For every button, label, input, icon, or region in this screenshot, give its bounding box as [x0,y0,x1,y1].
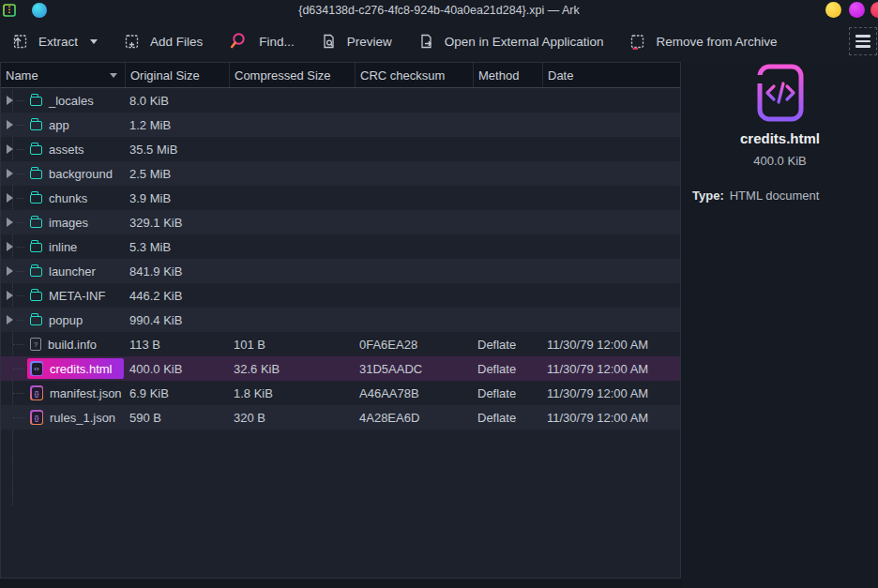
file-html-icon [30,361,43,376]
tree-branch [17,149,24,150]
entry-name: images [49,216,88,230]
expand-arrow-icon[interactable] [7,144,13,154]
open-external-label: Open in External Application [445,35,604,49]
toolbar: Extract Add Files Find... Preview Open i… [0,21,878,62]
column-header-compressed-size[interactable]: Compressed Size [229,63,355,87]
expand-arrow-icon[interactable] [7,218,13,227]
expand-arrow-icon[interactable] [7,193,13,203]
tree-branch [13,369,24,369]
entry-original-size: 590 B [125,411,229,425]
preview-button[interactable]: Preview [320,33,392,50]
entry-original-size: 113 B [125,338,229,352]
add-files-label: Add Files [150,35,203,49]
info-file-name: credits.html [740,130,820,146]
entry-name: popup [49,313,83,327]
extract-button[interactable]: Extract [11,33,98,50]
file-json-icon [30,385,43,400]
entry-crc-checksum: 31D5AADC [355,362,473,376]
entry-original-size: 8.0 KiB [125,94,229,108]
open-external-button[interactable]: Open in External Application [417,33,604,50]
folder-icon [30,316,42,325]
entry-original-size: 3.9 MiB [125,191,229,205]
entry-name: launcher [49,264,96,279]
table-row[interactable]: inline 5.3 MiB [1,234,680,259]
table-row[interactable]: manifest.json 6.9 KiB 1.8 KiB A46AA78B D… [1,381,680,405]
add-files-button[interactable]: Add Files [123,33,203,50]
folder-icon [30,194,42,204]
column-header-method[interactable]: Method [473,63,542,87]
entry-date: 11/30/79 12:00 AM [542,338,680,352]
table-row[interactable]: popup 990.4 KiB [1,308,680,332]
entry-method: Deflate [473,362,542,376]
entry-crc-checksum: A46AA78B [355,386,473,400]
expand-arrow-icon[interactable] [7,169,13,178]
table-row[interactable]: rules_1.json 590 B 320 B 4A28EA6D Deflat… [1,405,680,430]
tree-branch [13,393,24,394]
entry-name: META-INF [49,289,105,303]
tree-branch [17,222,24,223]
entry-original-size: 400.0 KiB [125,362,229,376]
window-title: {d634138d-c276-4fc8-924b-40a0ea21d284}.x… [0,0,878,21]
titlebar: {d634138d-c276-4fc8-924b-40a0ea21d284}.x… [0,0,878,21]
entry-method: Deflate [473,338,542,352]
tree-branch [17,320,24,321]
entry-original-size: 35.5 MiB [125,143,229,157]
entry-original-size: 2.5 MiB [125,167,229,181]
table-row[interactable]: ? build.info 113 B 101 B 0FA6EA28 Deflat… [1,332,680,356]
folder-icon [30,292,42,301]
remove-from-archive-button[interactable]: Remove from Archive [628,33,777,50]
entry-compressed-size: 32.6 KiB [229,362,355,376]
entry-original-size: 6.9 KiB [125,386,229,400]
table-row[interactable]: images 329.1 KiB [1,210,680,234]
entry-name: background [49,167,113,181]
entry-name: _locales [49,94,94,108]
tree-branch [17,173,24,174]
folder-icon [30,170,42,179]
table-header: Name Original Size Compressed Size CRC c… [1,63,680,88]
table-row[interactable]: _locales 8.0 KiB [1,88,680,113]
add-files-icon [123,33,140,50]
info-type-value: HTML document [730,188,820,203]
archive-table: Name Original Size Compressed Size CRC c… [0,62,681,579]
entry-date: 11/30/79 12:00 AM [542,362,680,376]
expand-arrow-icon[interactable] [7,242,13,251]
expand-arrow-icon[interactable] [7,315,13,324]
entry-date: 11/30/79 12:00 AM [542,386,680,400]
menu-button[interactable] [849,27,877,55]
maximize-button[interactable] [849,2,865,18]
table-row[interactable]: credits.html 400.0 KiB 32.6 KiB 31D5AADC… [1,356,680,381]
entry-method: Deflate [473,411,542,425]
expand-arrow-icon[interactable] [7,120,13,129]
table-row[interactable]: chunks 3.9 MiB [1,186,680,210]
extract-label: Extract [38,35,78,49]
column-header-original-size[interactable]: Original Size [125,63,229,87]
table-row[interactable]: background 2.5 MiB [1,161,680,186]
tree-branch [17,271,24,272]
table-row[interactable]: launcher 841.9 KiB [1,259,680,283]
entry-name: assets [49,143,84,157]
find-button[interactable]: Find... [228,31,295,52]
column-header-crc-checksum[interactable]: CRC checksum [355,63,473,87]
tree-branch [17,100,24,101]
preview-icon [320,33,337,50]
expand-arrow-icon[interactable] [7,266,13,276]
table-row[interactable]: app 1.2 MiB [1,113,680,137]
column-header-name[interactable]: Name [1,63,125,87]
tree-branch [17,198,24,199]
table-row[interactable]: META-INF 446.2 KiB [1,283,680,308]
entry-compressed-size: 320 B [229,411,355,425]
entry-name: build.info [48,338,97,352]
tree-branch [13,344,24,345]
extract-dropdown-caret-icon[interactable] [90,39,98,44]
entry-original-size: 990.4 KiB [125,313,229,327]
table-row[interactable]: assets 35.5 MiB [1,137,680,161]
column-header-date[interactable]: Date [542,63,680,87]
entry-compressed-size: 101 B [229,338,355,352]
open-external-icon [417,33,434,50]
expand-arrow-icon[interactable] [7,96,13,105]
minimize-button[interactable] [825,2,841,18]
folder-icon [30,243,42,252]
expand-arrow-icon[interactable] [7,291,13,300]
folder-icon [30,219,42,228]
preview-label: Preview [347,35,392,49]
